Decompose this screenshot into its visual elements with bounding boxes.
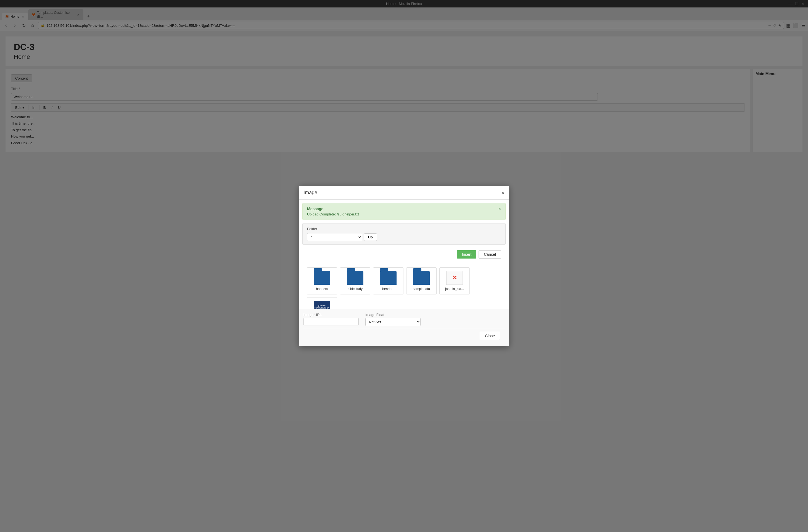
folder-select[interactable]: /: [307, 233, 362, 241]
modal-bottom-row: Image URL Image Float Not Set Left Right…: [304, 313, 504, 326]
folder-up-button[interactable]: Up: [364, 233, 377, 241]
folder-icon-banners: [314, 271, 330, 285]
folder-section: Folder / Up: [302, 223, 506, 245]
file-item-biblestudy[interactable]: biblestudy: [340, 268, 370, 294]
image-url-label: Image URL: [304, 313, 359, 317]
modal-close-button[interactable]: ×: [501, 190, 504, 196]
image-float-label: Image Float: [365, 313, 421, 317]
folder-icon-headers: [380, 271, 397, 285]
file-name-sampledata: sampledata: [413, 287, 430, 291]
image-float-select[interactable]: Not Set Left Right None: [365, 318, 421, 326]
modal-body: Message Upload Complete: /suidhelper.txt…: [299, 200, 509, 309]
file-name-headers: headers: [382, 287, 394, 291]
folder-label: Folder: [307, 227, 501, 231]
cancel-button[interactable]: Cancel: [479, 250, 501, 259]
file-item-banners[interactable]: banners: [307, 268, 337, 294]
image-float-field: Image Float Not Set Left Right None: [365, 313, 421, 326]
folder-controls: / Up: [307, 233, 501, 241]
modal-title: Image: [304, 190, 317, 196]
folder-icon-sampledata: [413, 271, 430, 285]
message-close-button[interactable]: ×: [498, 207, 501, 212]
file-grid: banners biblestudy headers sampledata: [302, 264, 506, 309]
message-content: Message Upload Complete: /suidhelper.txt: [307, 207, 359, 216]
modal-bottom: Image URL Image Float Not Set Left Right…: [299, 309, 509, 346]
image-url-field: Image URL: [304, 313, 359, 326]
file-item-joomla[interactable]: ✕ joomla_bla...: [439, 268, 470, 294]
file-name-banners: banners: [316, 287, 328, 291]
file-item-headers[interactable]: headers: [373, 268, 403, 294]
file-item-sampledata[interactable]: sampledata: [406, 268, 437, 294]
modal-overlay: Image × Message Upload Complete: /suidhe…: [0, 0, 808, 532]
powered-text: joomla! POWERED BY JOOMLA!: [314, 304, 330, 309]
action-buttons: Insert Cancel: [302, 248, 506, 261]
insert-button[interactable]: Insert: [457, 250, 476, 259]
file-name-joomla: joomla_bla...: [445, 287, 464, 291]
modal-header: Image ×: [299, 186, 509, 200]
message-title: Message: [307, 207, 359, 211]
file-name-biblestudy: biblestudy: [348, 287, 363, 291]
joomla-x-mark: ✕: [452, 274, 457, 281]
image-icon-powered: joomla! POWERED BY JOOMLA!: [314, 301, 330, 309]
folder-icon-biblestudy: [347, 271, 363, 285]
file-item-powered[interactable]: joomla! POWERED BY JOOMLA! powered_by...: [307, 297, 337, 309]
close-button[interactable]: Close: [480, 332, 500, 340]
image-icon-joomla: ✕: [446, 271, 463, 285]
message-text: Upload Complete: /suidhelper.txt: [307, 212, 359, 216]
image-url-input[interactable]: [304, 318, 359, 325]
modal-footer: Close: [304, 329, 504, 343]
joomla-icon: ✕: [452, 274, 457, 281]
image-modal: Image × Message Upload Complete: /suidhe…: [299, 186, 509, 346]
message-banner: Message Upload Complete: /suidhelper.txt…: [302, 203, 506, 220]
